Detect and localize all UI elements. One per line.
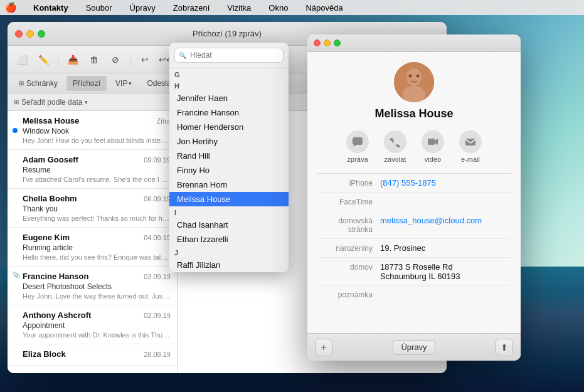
- contact-action-message[interactable]: zpráva: [346, 130, 369, 163]
- date-2: 06.09.19: [144, 195, 171, 203]
- contacts-search-input[interactable]: [174, 48, 284, 63]
- preview-3: Hello there, did you see this? Enrique w…: [23, 253, 171, 261]
- contact-item-homer-henderson[interactable]: Homer Henderson: [169, 120, 289, 134]
- fullscreen-button[interactable]: [38, 30, 45, 38]
- tab-schranky-label: Schránky: [26, 79, 58, 88]
- mail-item-4[interactable]: 📎 Francine Hanson 03.09.19 Desert Photos…: [8, 267, 177, 305]
- contact-item-finny-ho[interactable]: Finny Ho: [169, 163, 289, 177]
- search-wrap: 🔍: [174, 48, 284, 63]
- menubar-kontakty[interactable]: Kontakty: [29, 2, 72, 14]
- contact-item-chad-isanhart[interactable]: Chad Isanhart: [169, 218, 289, 232]
- menubar-soubor[interactable]: Soubor: [82, 2, 116, 14]
- attachment-icon-4: 📎: [13, 272, 20, 278]
- mail-item-2[interactable]: Chella Boehm 06.09.19 Thank you Everythi…: [8, 189, 177, 228]
- contact-add-button[interactable]: +: [315, 339, 332, 356]
- mail-list: Melissa House Zítra Window Nook Hey John…: [8, 111, 177, 373]
- contact-hero: Melissa House: [317, 62, 511, 120]
- video-action-icon: [422, 130, 444, 153]
- subject-1: Resume: [23, 166, 171, 174]
- close-button[interactable]: [15, 30, 23, 38]
- contact-edit-button[interactable]: Úpravy: [393, 340, 435, 355]
- field-row-address: domov 18773 S Roselle Rd Schaumburg IL 6…: [317, 258, 511, 286]
- mail-item-5[interactable]: Anthony Ashcroft 02.09.19 Appointment Yo…: [8, 305, 177, 344]
- field-value-homepage[interactable]: melissa_house@icloud.com: [380, 216, 511, 225]
- menubar-upravy[interactable]: Úpravy: [126, 2, 159, 14]
- date-0: Zítra: [156, 117, 171, 125]
- call-action-icon: [384, 130, 406, 153]
- contact-item-melissa-house[interactable]: Melissa House: [169, 192, 289, 206]
- mail-item-6[interactable]: Eliza Block 28.08.19: [8, 344, 177, 366]
- sender-1: Adam Gooseff: [23, 155, 78, 164]
- apple-menu-icon[interactable]: 🍎: [5, 2, 17, 13]
- date-6: 28.08.19: [144, 351, 171, 358]
- field-row-birthday: narozeniny 19. Prosinec: [317, 239, 511, 258]
- delete-button[interactable]: 🗑: [85, 51, 104, 68]
- contact-item-ethan-izzarelli[interactable]: Ethan Izzarelli: [169, 232, 289, 246]
- field-value-address: 18773 S Roselle Rd Schaumburg IL 60193: [380, 262, 511, 281]
- contact-item-francine-hanson[interactable]: Francine Hanson: [169, 105, 289, 120]
- email-action-label: e-mail: [461, 156, 480, 163]
- field-label-facetime: FaceTime: [317, 197, 380, 206]
- field-value-iphone[interactable]: (847) 555-1875: [380, 178, 511, 188]
- search-icon: 🔍: [179, 52, 186, 59]
- contacts-search-area: 🔍: [169, 43, 289, 68]
- mail-item-3[interactable]: Eugene Kim 04.09.19 Running article Hell…: [8, 228, 177, 267]
- contact-card-footer: + Úpravy ⬆: [307, 333, 521, 361]
- contact-item-rand-hill[interactable]: Rand Hill: [169, 149, 289, 163]
- video-action-label: video: [425, 156, 441, 163]
- contact-card-body: Melissa House zpráva zavolat: [307, 52, 521, 333]
- contact-action-email[interactable]: e-mail: [459, 130, 482, 163]
- menubar-okno[interactable]: Okno: [265, 2, 292, 14]
- compose-button[interactable]: ✏️: [34, 51, 53, 68]
- reply-button[interactable]: ↩: [135, 51, 154, 68]
- get-mail-button[interactable]: ⬜: [13, 51, 31, 68]
- mail-item-0[interactable]: Melissa House Zítra Window Nook Hey John…: [8, 111, 177, 150]
- sender-3: Eugene Kim: [23, 233, 70, 242]
- svg-marker-7: [435, 139, 438, 145]
- contact-close-button[interactable]: [314, 40, 321, 46]
- minimize-button[interactable]: [26, 30, 34, 38]
- archive-button[interactable]: 📥: [63, 51, 82, 68]
- contact-action-call[interactable]: zavolat: [384, 130, 406, 163]
- contact-item-jennifer-haen[interactable]: Jennifer Haen: [169, 91, 289, 105]
- contact-card-traffic-lights: [314, 40, 341, 46]
- message-action-icon: [346, 130, 369, 153]
- call-action-label: zavolat: [385, 156, 406, 163]
- menubar-zobrazeni[interactable]: Zobrazení: [169, 2, 214, 14]
- subject-2: Thank you: [23, 204, 171, 213]
- contact-item-raffi-jilizian[interactable]: Raffi Jilizian: [169, 258, 289, 272]
- date-3: 04.09.19: [144, 234, 171, 241]
- svg-rect-6: [428, 139, 435, 145]
- date-1: 09.09.19: [144, 156, 171, 164]
- tab-prichozi[interactable]: Příchozí: [66, 76, 107, 91]
- contact-item-jon-herlihy[interactable]: Jon Herlihy: [169, 134, 289, 149]
- contact-minimize-button[interactable]: [324, 40, 331, 46]
- junk-button[interactable]: ⊘: [106, 51, 125, 68]
- tab-schranky[interactable]: ⊞ Schránky: [13, 76, 64, 91]
- contact-fullscreen-button[interactable]: [334, 40, 341, 46]
- tab-vip[interactable]: VIP ▾: [109, 76, 138, 91]
- field-row-iphone: iPhone (847) 555-1875: [317, 174, 511, 193]
- svg-point-1: [406, 68, 422, 86]
- contact-share-button[interactable]: ⬆: [496, 339, 513, 356]
- tab-prichozi-label: Příchozí: [73, 79, 100, 88]
- sender-6: Eliza Block: [23, 349, 66, 359]
- contacts-dropdown: 🔍 G H Jennifer Haen Francine Hanson Home…: [169, 43, 289, 272]
- toolbar-separator-1: [58, 53, 58, 66]
- date-4: 03.09.19: [144, 273, 171, 280]
- vip-chevron-icon: ▾: [129, 80, 132, 87]
- contact-item-brennan-hom[interactable]: Brennan Hom: [169, 177, 289, 192]
- preview-2: Everything was perfect! Thanks so much f…: [23, 215, 171, 222]
- sort-label[interactable]: Seřadit podle data: [21, 98, 82, 107]
- mail-item-1[interactable]: Adam Gooseff 09.09.19 Resume I've attach…: [8, 150, 177, 189]
- subject-5: Appointment: [23, 321, 171, 330]
- contact-card-window: Melissa House zpráva zavolat: [307, 34, 521, 361]
- contact-avatar: [394, 62, 434, 102]
- field-value-birthday: 19. Prosinec: [380, 243, 511, 253]
- field-label-address: domov: [317, 262, 380, 272]
- subject-3: Running article: [23, 243, 171, 252]
- menubar-napoveda[interactable]: Nápověda: [302, 2, 346, 14]
- contact-action-video[interactable]: video: [422, 130, 444, 163]
- menubar-vizitka[interactable]: Vizitka: [223, 2, 255, 14]
- preview-5: Your appointment with Dr. Knowles is thi…: [23, 331, 171, 339]
